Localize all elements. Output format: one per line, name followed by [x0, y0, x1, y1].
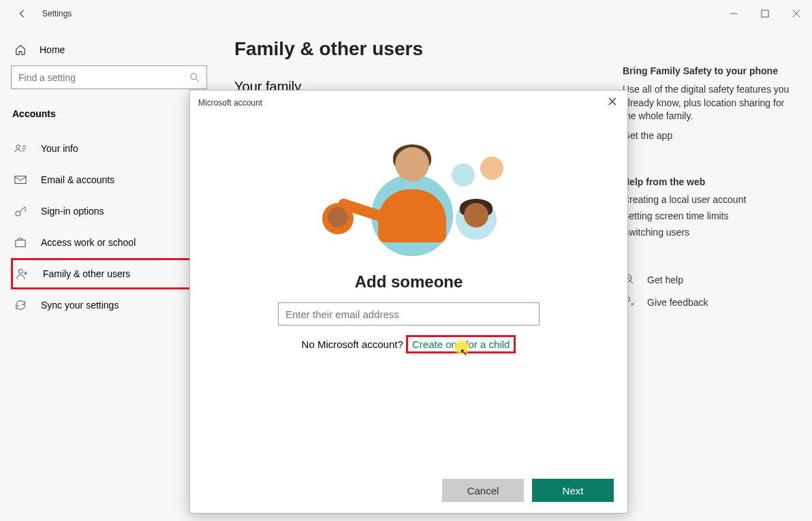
maximize-icon — [761, 10, 769, 18]
back-arrow-icon — [17, 9, 27, 18]
back-button[interactable] — [11, 9, 33, 18]
help-link-screen-time[interactable]: Setting screen time limits — [623, 210, 800, 221]
search-icon — [190, 73, 200, 82]
sidebar-item-your-info[interactable]: Your info — [11, 133, 207, 164]
svg-rect-5 — [15, 176, 26, 184]
page-title: Family & other users — [234, 38, 623, 60]
svg-rect-7 — [16, 240, 25, 247]
svg-line-3 — [196, 78, 199, 81]
next-button[interactable]: Next — [532, 479, 614, 502]
svg-point-6 — [16, 211, 20, 216]
sidebar-home[interactable]: Home — [11, 38, 207, 65]
close-icon — [792, 10, 800, 18]
dialog-heading: Add someone — [355, 272, 463, 291]
minimize-icon — [730, 10, 738, 18]
sidebar-item-label: Sign-in options — [41, 206, 104, 217]
add-member-dialog: Microsoft account Add someone No Microso… — [189, 90, 628, 514]
minimize-button[interactable] — [718, 3, 749, 25]
give-feedback-row[interactable]: Give feedback — [623, 296, 800, 310]
key-icon — [14, 205, 27, 217]
dialog-title: Microsoft account — [198, 98, 262, 108]
sidebar-item-label: Your info — [41, 143, 78, 154]
cancel-button[interactable]: Cancel — [442, 479, 524, 502]
sidebar-item-label: Sync your settings — [41, 300, 119, 311]
email-field[interactable] — [278, 302, 540, 326]
get-help-label: Get help — [647, 274, 683, 285]
hand-cursor-icon: ↖ — [460, 347, 468, 358]
mail-icon — [14, 175, 27, 185]
right-heading-help: Help from the web — [623, 176, 800, 187]
sidebar: Home Accounts Your info Email & accounts… — [0, 27, 218, 521]
sidebar-home-label: Home — [40, 44, 65, 55]
get-help-row[interactable]: ? Get help — [623, 273, 800, 287]
sidebar-category: Accounts — [11, 103, 207, 133]
sync-icon — [14, 299, 27, 311]
sidebar-item-sync[interactable]: Sync your settings — [11, 289, 207, 321]
sidebar-item-work-school[interactable]: Access work or school — [11, 227, 207, 258]
person-add-icon — [16, 268, 29, 280]
sidebar-item-family[interactable]: Family & other users — [11, 258, 207, 289]
get-app-link[interactable]: Get the app — [623, 130, 800, 141]
search-input[interactable] — [18, 72, 190, 83]
sidebar-item-signin[interactable]: Sign-in options — [11, 195, 207, 227]
sidebar-item-label: Access work or school — [41, 237, 136, 248]
help-link-local-user[interactable]: Creating a local user account — [623, 194, 800, 205]
window-title: Settings — [42, 9, 72, 18]
svg-point-2 — [191, 73, 197, 79]
close-icon — [608, 97, 616, 106]
sidebar-item-label: Family & other users — [43, 268, 130, 279]
briefcase-icon — [14, 237, 27, 248]
sidebar-item-label: Email & accounts — [41, 174, 114, 185]
no-account-text: No Microsoft account? — [302, 338, 406, 350]
sidebar-item-email[interactable]: Email & accounts — [11, 164, 207, 195]
home-icon — [14, 44, 27, 56]
help-link-switching[interactable]: Switching users — [623, 227, 800, 238]
family-illustration — [317, 147, 501, 263]
search-input-wrapper[interactable] — [11, 65, 207, 89]
right-safety-desc: Use all of the digital safety features y… — [623, 83, 800, 123]
close-window-button[interactable] — [781, 3, 812, 25]
svg-point-8 — [18, 269, 22, 273]
dialog-close-button[interactable] — [606, 97, 619, 108]
maximize-button[interactable] — [749, 3, 781, 25]
give-feedback-label: Give feedback — [647, 297, 708, 308]
right-heading-safety: Bring Family Safety to your phone — [623, 65, 800, 76]
person-card-icon — [14, 144, 27, 153]
svg-point-4 — [16, 145, 20, 148]
svg-rect-1 — [762, 10, 768, 17]
